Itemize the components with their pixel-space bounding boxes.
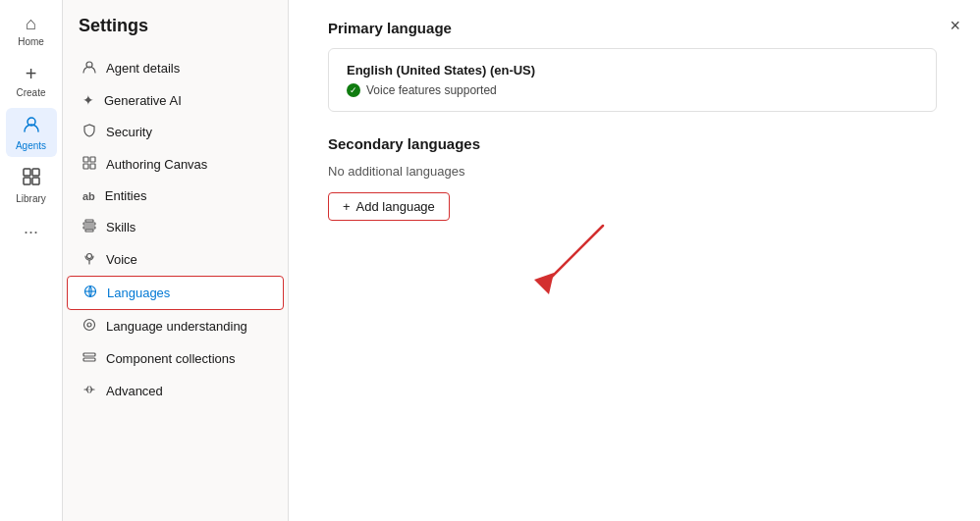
svg-point-19 [87,323,91,327]
language-understanding-icon [82,318,96,335]
agent-details-icon [82,60,96,77]
sidebar-item-voice[interactable]: Voice [67,243,284,276]
add-language-button-label: Add language [356,199,435,214]
nav-label-library: Library [16,193,46,204]
agents-icon [22,114,41,138]
nav-label-create: Create [16,87,45,98]
svg-rect-20 [83,353,95,356]
primary-language-card: English (United States) (en-US) ✓ Voice … [328,48,937,112]
sidebar-label-advanced: Advanced [106,384,163,398]
authoring-canvas-icon [82,156,96,173]
no-additional-languages-label: No additional languages [328,164,941,179]
sidebar-item-advanced[interactable]: Advanced [67,375,284,407]
nav-label-agents: Agents [16,140,46,151]
add-language-plus-icon: + [343,199,351,214]
sidebar-item-authoring-canvas[interactable]: Authoring Canvas [67,148,284,181]
voice-supported-label: Voice features supported [366,83,497,97]
svg-rect-6 [83,157,88,162]
nav-more-button[interactable]: ... [24,218,38,238]
sidebar-label-voice: Voice [106,252,137,267]
sidebar-item-generative-ai[interactable]: ✦ Generative AI [67,84,284,116]
main-content: × Primary language English (United State… [289,0,980,521]
svg-point-14 [87,254,92,259]
sidebar-item-languages[interactable]: Languages [67,276,284,310]
sidebar-item-skills[interactable]: Skills [67,211,284,243]
sidebar-label-entities: Entities [105,188,147,203]
settings-title: Settings [63,16,288,52]
svg-rect-8 [83,164,88,169]
close-button[interactable]: × [950,16,960,36]
sidebar-item-security[interactable]: Security [67,116,284,148]
secondary-languages-section: Secondary languages No additional langua… [328,135,941,221]
svg-rect-11 [83,227,95,229]
nav-label-home: Home [18,36,44,47]
svg-rect-7 [90,157,95,162]
svg-rect-3 [24,178,30,184]
svg-rect-12 [85,220,93,222]
sidebar-label-languages: Languages [107,286,170,300]
svg-rect-13 [85,230,93,232]
security-icon [82,124,96,140]
add-language-button[interactable]: + Add language [328,192,450,221]
sidebar-label-agent-details: Agent details [106,61,180,76]
sidebar-item-agent-details[interactable]: Agent details [67,52,284,84]
advanced-icon [82,383,96,399]
sidebar-item-language-understanding[interactable]: Language understanding [67,310,284,342]
sidebar-label-language-understanding: Language understanding [106,319,247,334]
check-icon: ✓ [347,83,360,97]
settings-sidebar: Settings Agent details ✦ Generative AI S… [63,0,289,521]
primary-language-name: English (United States) (en-US) [347,63,918,78]
primary-language-title: Primary language [328,20,941,36]
component-collections-icon [82,350,96,367]
sidebar-item-entities[interactable]: ab Entities [67,181,284,211]
svg-point-18 [84,320,95,331]
skills-icon [82,219,96,235]
sidebar-label-generative-ai: Generative AI [104,93,182,108]
nav-item-library[interactable]: Library [6,161,57,210]
secondary-languages-title: Secondary languages [328,135,941,152]
svg-rect-1 [24,169,30,176]
svg-marker-22 [534,273,554,294]
languages-icon [83,285,97,301]
nav-bar: ⌂ Home + Create Agents Library ... [0,0,63,521]
sidebar-label-security: Security [106,125,152,139]
sidebar-label-component-collections: Component collections [106,351,236,366]
svg-rect-21 [83,358,95,361]
annotation-arrow [505,216,623,308]
generative-ai-icon: ✦ [82,92,94,108]
sidebar-label-authoring-canvas: Authoring Canvas [106,157,207,172]
nav-item-agents[interactable]: Agents [6,108,57,157]
voice-supported-indicator: ✓ Voice features supported [347,83,918,97]
home-icon: ⌂ [26,14,36,34]
voice-icon [82,251,96,268]
nav-item-home[interactable]: ⌂ Home [6,8,57,53]
nav-item-create[interactable]: + Create [6,57,57,104]
svg-rect-4 [32,178,39,184]
entities-icon: ab [82,190,95,202]
sidebar-item-component-collections[interactable]: Component collections [67,342,284,375]
sidebar-label-skills: Skills [106,220,136,234]
svg-rect-10 [83,223,95,225]
create-icon: + [26,63,37,85]
library-icon [22,167,41,191]
svg-rect-9 [90,164,95,169]
svg-rect-2 [32,169,39,176]
